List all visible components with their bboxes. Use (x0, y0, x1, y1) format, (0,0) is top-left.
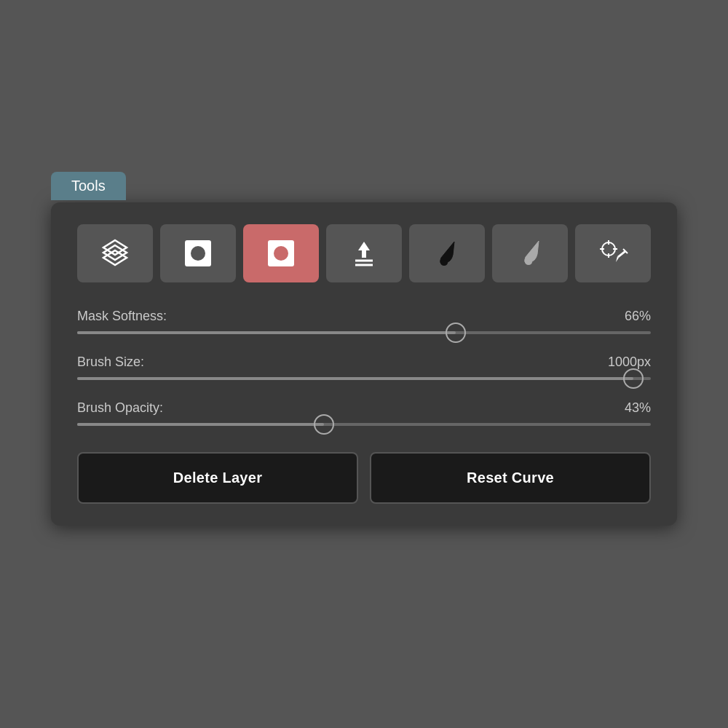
svg-point-6 (274, 246, 288, 261)
mask-softness-section: Mask Softness: 66% (77, 309, 651, 334)
tool-button-layers[interactable] (77, 224, 153, 282)
eyedropper-icon (597, 237, 629, 269)
merge-icon (348, 237, 380, 269)
mask-softness-thumb[interactable] (446, 323, 466, 343)
mask-softness-fill (77, 331, 456, 334)
tool-button-eyedropper[interactable] (575, 224, 651, 282)
brush-size-header: Brush Size: 1000px (77, 355, 651, 370)
svg-point-10 (440, 260, 448, 266)
svg-marker-1 (103, 250, 127, 265)
tools-panel: Tools (51, 202, 677, 526)
mask-softness-track[interactable] (77, 331, 651, 334)
brush-opacity-track[interactable] (77, 423, 651, 426)
tool-row (77, 224, 651, 282)
svg-marker-0 (103, 240, 127, 255)
brush-size-section: Brush Size: 1000px (77, 355, 651, 380)
brush-opacity-header: Brush Opacity: 43% (77, 400, 651, 416)
brush-size-fill (77, 377, 633, 380)
brush-opacity-thumb[interactable] (314, 414, 334, 435)
brush-size-track[interactable] (77, 377, 651, 380)
mask-softness-value: 66% (625, 309, 651, 324)
brush-opacity-value: 43% (625, 400, 651, 416)
svg-point-11 (525, 259, 532, 265)
svg-marker-7 (358, 242, 370, 258)
reset-curve-button[interactable]: Reset Curve (370, 452, 651, 504)
panel-tab: Tools (51, 172, 126, 200)
tool-button-paint-brush[interactable] (492, 224, 568, 282)
layers-icon (99, 237, 131, 269)
delete-layer-button[interactable]: Delete Layer (77, 452, 358, 504)
tool-button-mask-draw[interactable] (243, 224, 319, 282)
mask-draw-icon (265, 237, 297, 269)
tool-button-merge[interactable] (326, 224, 402, 282)
brush-opacity-section: Brush Opacity: 43% (77, 400, 651, 426)
svg-marker-2 (103, 245, 127, 260)
brush-opacity-label: Brush Opacity: (77, 400, 163, 416)
brush-size-value: 1000px (608, 355, 651, 370)
paint-brush-icon (514, 237, 546, 269)
tool-button-mask-view[interactable] (160, 224, 236, 282)
brush-icon (431, 237, 463, 269)
mask-softness-header: Mask Softness: 66% (77, 309, 651, 324)
svg-point-4 (191, 246, 205, 261)
brush-size-thumb[interactable] (623, 368, 644, 389)
bottom-row: Delete Layer Reset Curve (77, 452, 651, 504)
tool-button-brush[interactable] (409, 224, 485, 282)
panel-body: Mask Softness: 66% Brush Size: 1000px Br… (51, 202, 677, 526)
brush-opacity-fill (77, 423, 324, 426)
mask-view-icon (182, 237, 214, 269)
mask-softness-label: Mask Softness: (77, 309, 167, 324)
brush-size-label: Brush Size: (77, 355, 144, 370)
